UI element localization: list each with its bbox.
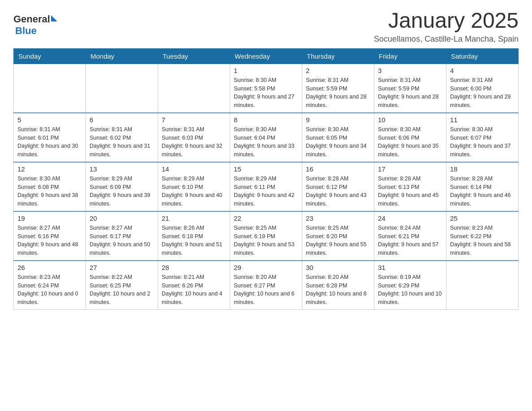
day-info: Sunrise: 8:23 AMSunset: 6:24 PMDaylight:… — [17, 273, 82, 307]
day-number: 14 — [162, 165, 226, 173]
day-number: 29 — [234, 264, 298, 271]
calendar-cell: 12Sunrise: 8:30 AMSunset: 6:08 PMDayligh… — [14, 162, 86, 211]
day-number: 21 — [162, 214, 226, 222]
day-number: 28 — [162, 264, 226, 271]
day-info: Sunrise: 8:28 AMSunset: 6:12 PMDaylight:… — [306, 175, 370, 208]
day-number: 15 — [234, 165, 298, 173]
calendar-header-tuesday: Tuesday — [158, 48, 230, 64]
day-number: 8 — [234, 116, 298, 124]
day-info: Sunrise: 8:25 AMSunset: 6:20 PMDaylight:… — [306, 224, 370, 257]
day-info: Sunrise: 8:26 AMSunset: 6:18 PMDaylight:… — [162, 224, 226, 257]
day-info: Sunrise: 8:30 AMSunset: 5:58 PMDaylight:… — [234, 76, 298, 110]
day-info: Sunrise: 8:23 AMSunset: 6:22 PMDaylight:… — [450, 224, 515, 257]
day-info: Sunrise: 8:22 AMSunset: 6:25 PMDaylight:… — [90, 273, 154, 307]
day-info: Sunrise: 8:19 AMSunset: 6:29 PMDaylight:… — [378, 273, 442, 307]
day-info: Sunrise: 8:31 AMSunset: 6:01 PMDaylight:… — [17, 125, 82, 159]
day-info: Sunrise: 8:28 AMSunset: 6:14 PMDaylight:… — [450, 175, 515, 208]
day-info: Sunrise: 8:31 AMSunset: 6:03 PMDaylight:… — [162, 125, 226, 159]
day-info: Sunrise: 8:31 AMSunset: 5:59 PMDaylight:… — [306, 76, 370, 110]
calendar-cell: 7Sunrise: 8:31 AMSunset: 6:03 PMDaylight… — [158, 113, 230, 162]
calendar-cell: 10Sunrise: 8:30 AMSunset: 6:06 PMDayligh… — [374, 113, 446, 162]
day-info: Sunrise: 8:30 AMSunset: 6:08 PMDaylight:… — [17, 175, 82, 208]
logo-triangle-icon — [51, 15, 57, 21]
day-info: Sunrise: 8:31 AMSunset: 5:59 PMDaylight:… — [378, 76, 442, 110]
calendar-cell: 30Sunrise: 8:20 AMSunset: 6:28 PMDayligh… — [302, 261, 374, 310]
day-info: Sunrise: 8:29 AMSunset: 6:11 PMDaylight:… — [234, 175, 298, 208]
day-number: 5 — [17, 116, 82, 124]
calendar-cell: 18Sunrise: 8:28 AMSunset: 6:14 PMDayligh… — [446, 162, 519, 211]
day-number: 2 — [306, 67, 370, 74]
calendar-header-friday: Friday — [374, 48, 446, 64]
calendar-cell: 2Sunrise: 8:31 AMSunset: 5:59 PMDaylight… — [302, 64, 374, 113]
calendar-header-row: SundayMondayTuesdayWednesdayThursdayFrid… — [14, 48, 519, 64]
calendar-cell: 21Sunrise: 8:26 AMSunset: 6:18 PMDayligh… — [158, 211, 230, 261]
day-number: 13 — [90, 165, 154, 173]
calendar-cell: 26Sunrise: 8:23 AMSunset: 6:24 PMDayligh… — [14, 261, 86, 310]
calendar-cell: 8Sunrise: 8:30 AMSunset: 6:04 PMDaylight… — [230, 113, 302, 162]
title-area: January 2025 Socuellamos, Castille-La Ma… — [374, 9, 519, 44]
calendar-week-row: 1Sunrise: 8:30 AMSunset: 5:58 PMDaylight… — [14, 64, 519, 113]
calendar-subtitle: Socuellamos, Castille-La Mancha, Spain — [374, 34, 519, 44]
calendar-cell — [86, 64, 158, 113]
calendar-cell: 29Sunrise: 8:20 AMSunset: 6:27 PMDayligh… — [230, 261, 302, 310]
day-info: Sunrise: 8:29 AMSunset: 6:10 PMDaylight:… — [162, 175, 226, 208]
logo-blue-text: Blue — [15, 25, 37, 37]
day-number: 27 — [90, 264, 154, 271]
calendar-cell: 13Sunrise: 8:29 AMSunset: 6:09 PMDayligh… — [86, 162, 158, 211]
day-info: Sunrise: 8:30 AMSunset: 6:05 PMDaylight:… — [306, 125, 370, 159]
day-number: 1 — [234, 67, 298, 74]
day-info: Sunrise: 8:25 AMSunset: 6:19 PMDaylight:… — [234, 224, 298, 257]
calendar-week-row: 19Sunrise: 8:27 AMSunset: 6:16 PMDayligh… — [14, 211, 519, 261]
calendar-cell — [158, 64, 230, 113]
day-number: 10 — [378, 116, 442, 124]
day-info: Sunrise: 8:31 AMSunset: 6:02 PMDaylight:… — [90, 125, 154, 159]
day-info: Sunrise: 8:29 AMSunset: 6:09 PMDaylight:… — [90, 175, 154, 208]
day-number: 30 — [306, 264, 370, 271]
calendar-header-thursday: Thursday — [302, 48, 374, 64]
day-number: 3 — [378, 67, 442, 74]
calendar-week-row: 26Sunrise: 8:23 AMSunset: 6:24 PMDayligh… — [14, 261, 519, 310]
calendar-cell — [446, 261, 519, 310]
calendar-cell: 5Sunrise: 8:31 AMSunset: 6:01 PMDaylight… — [14, 113, 86, 162]
calendar-cell: 25Sunrise: 8:23 AMSunset: 6:22 PMDayligh… — [446, 211, 519, 261]
calendar-cell: 11Sunrise: 8:30 AMSunset: 6:07 PMDayligh… — [446, 113, 519, 162]
calendar-cell: 22Sunrise: 8:25 AMSunset: 6:19 PMDayligh… — [230, 211, 302, 261]
calendar-header-wednesday: Wednesday — [230, 48, 302, 64]
calendar-title: January 2025 — [374, 9, 519, 33]
day-info: Sunrise: 8:30 AMSunset: 6:04 PMDaylight:… — [234, 125, 298, 159]
calendar-cell: 31Sunrise: 8:19 AMSunset: 6:29 PMDayligh… — [374, 261, 446, 310]
calendar-cell: 23Sunrise: 8:25 AMSunset: 6:20 PMDayligh… — [302, 211, 374, 261]
day-number: 6 — [90, 116, 154, 124]
day-number: 31 — [378, 264, 442, 271]
day-number: 20 — [90, 214, 154, 222]
calendar-week-row: 5Sunrise: 8:31 AMSunset: 6:01 PMDaylight… — [14, 113, 519, 162]
day-number: 17 — [378, 165, 442, 173]
calendar-cell — [14, 64, 86, 113]
logo: General Blue — [13, 13, 57, 37]
calendar-cell: 6Sunrise: 8:31 AMSunset: 6:02 PMDaylight… — [86, 113, 158, 162]
calendar-cell: 14Sunrise: 8:29 AMSunset: 6:10 PMDayligh… — [158, 162, 230, 211]
day-number: 24 — [378, 214, 442, 222]
day-number: 18 — [450, 165, 515, 173]
calendar-header-monday: Monday — [86, 48, 158, 64]
day-number: 9 — [306, 116, 370, 124]
day-info: Sunrise: 8:20 AMSunset: 6:27 PMDaylight:… — [234, 273, 298, 307]
calendar-header-sunday: Sunday — [14, 48, 86, 64]
day-info: Sunrise: 8:30 AMSunset: 6:06 PMDaylight:… — [378, 125, 442, 159]
calendar-cell: 1Sunrise: 8:30 AMSunset: 5:58 PMDaylight… — [230, 64, 302, 113]
day-info: Sunrise: 8:20 AMSunset: 6:28 PMDaylight:… — [306, 273, 370, 307]
calendar-cell: 17Sunrise: 8:28 AMSunset: 6:13 PMDayligh… — [374, 162, 446, 211]
day-number: 16 — [306, 165, 370, 173]
day-number: 12 — [17, 165, 82, 173]
calendar-table: SundayMondayTuesdayWednesdayThursdayFrid… — [13, 48, 519, 310]
calendar-cell: 24Sunrise: 8:24 AMSunset: 6:21 PMDayligh… — [374, 211, 446, 261]
day-number: 4 — [450, 67, 515, 74]
calendar-cell: 16Sunrise: 8:28 AMSunset: 6:12 PMDayligh… — [302, 162, 374, 211]
calendar-cell: 15Sunrise: 8:29 AMSunset: 6:11 PMDayligh… — [230, 162, 302, 211]
calendar-week-row: 12Sunrise: 8:30 AMSunset: 6:08 PMDayligh… — [14, 162, 519, 211]
calendar-header-saturday: Saturday — [446, 48, 519, 64]
day-info: Sunrise: 8:27 AMSunset: 6:16 PMDaylight:… — [17, 224, 82, 257]
day-number: 7 — [162, 116, 226, 124]
calendar-cell: 9Sunrise: 8:30 AMSunset: 6:05 PMDaylight… — [302, 113, 374, 162]
day-number: 19 — [17, 214, 82, 222]
